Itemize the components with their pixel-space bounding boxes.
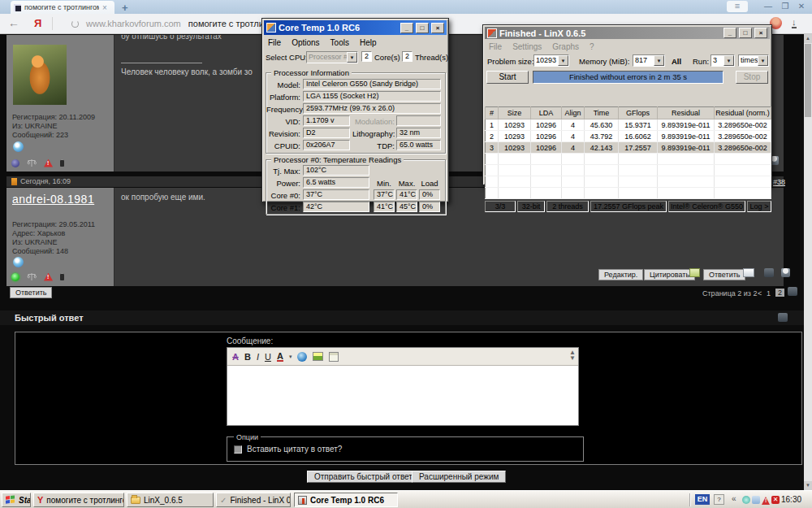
task-browser[interactable]: Y помогите с тротлингом ...	[33, 493, 124, 507]
menu-help[interactable]: Help	[360, 38, 377, 47]
quote-post-button[interactable]: Цитировать	[644, 269, 695, 280]
icq-status-icon[interactable]	[13, 141, 24, 152]
insert-link-icon[interactable]	[297, 352, 307, 362]
menu-options[interactable]: Options	[292, 38, 319, 47]
reload-icon[interactable]	[71, 20, 79, 28]
linx-titlebar[interactable]: Finished - LinX 0.6.5 _ □ ×	[485, 27, 770, 39]
reply-post-button[interactable]: Ответить	[703, 269, 745, 280]
editor-resize-icon[interactable]: ▲▼	[569, 350, 576, 361]
font-color-icon[interactable]: A	[277, 352, 283, 362]
table-row[interactable]: 11029310296445.63015.93719.893919e-0113.…	[486, 119, 771, 131]
memory-select[interactable]: 817▼	[633, 54, 665, 67]
processor-select[interactable]: Processor #0▼	[306, 51, 358, 63]
menu-graphs[interactable]: Graphs	[552, 42, 579, 51]
multiquote-icon[interactable]	[689, 268, 700, 277]
start-button[interactable]: Start	[486, 71, 529, 84]
quote-checkbox[interactable]	[234, 445, 242, 454]
report-warning-icon[interactable]	[44, 273, 53, 281]
maximize-icon[interactable]: □	[416, 23, 429, 33]
underline-icon[interactable]: U	[265, 352, 271, 362]
coretemp-titlebar[interactable]: Core Temp 1.0 RC6 _ □ ×	[264, 20, 447, 35]
col-residual-norm[interactable]: Residual (norm.)	[715, 107, 771, 119]
col-gflops[interactable]: GFlops	[619, 107, 658, 119]
start-button[interactable]: Start	[2, 493, 31, 507]
menu-file[interactable]: File	[489, 42, 502, 51]
col-align[interactable]: Align	[562, 107, 585, 119]
browser-close-button[interactable]: ✕	[795, 1, 808, 12]
help-tray-icon[interactable]: ?	[714, 494, 724, 505]
insert-quote-icon[interactable]	[329, 352, 339, 362]
tray-chevron-icon[interactable]: «	[732, 494, 736, 503]
col-size[interactable]: Size	[499, 107, 531, 119]
minimize-icon[interactable]: _	[400, 23, 413, 33]
table-row-selected[interactable]: 31029310296442.14317.25579.893919e-0113.…	[486, 142, 771, 154]
browser-tab[interactable]: помогите с тротлингом ×	[11, 1, 114, 14]
stop-button[interactable]: Stop	[736, 71, 768, 84]
tray-icon-2[interactable]	[752, 496, 760, 504]
browser-restore-button[interactable]: ❐	[779, 1, 792, 12]
pagination-prev[interactable]: <	[758, 289, 762, 297]
core1-max: 45°C	[396, 202, 417, 212]
language-indicator[interactable]: EN	[695, 494, 710, 505]
run-count-select[interactable]: 3▼	[710, 54, 735, 67]
post2-username-link[interactable]: andrei-08.1981	[12, 193, 94, 206]
task-coretemp-active[interactable]: Core Temp 1.0 RC6	[294, 493, 398, 507]
reputation-scales-icon[interactable]	[27, 272, 37, 281]
menu-tools[interactable]: Tools	[330, 38, 349, 47]
collapse-section-icon[interactable]	[778, 313, 788, 322]
scrollbar-thumb[interactable]	[805, 44, 811, 117]
tray-error-icon[interactable]: ✕	[771, 496, 780, 504]
italic-icon[interactable]: I	[257, 352, 259, 362]
browser-menu-icon[interactable]: ≡	[727, 1, 748, 12]
report-warning-icon[interactable]	[44, 159, 53, 167]
submit-quick-reply-button[interactable]: Отправить быстрый ответ	[307, 471, 420, 483]
notepad-icon[interactable]	[743, 268, 754, 277]
message-icon[interactable]	[764, 268, 774, 277]
col-lda[interactable]: LDA	[531, 107, 562, 119]
maximize-icon[interactable]: □	[739, 28, 752, 38]
scroll-up-icon[interactable]: ▲	[804, 34, 812, 43]
bold-icon[interactable]: B	[244, 352, 251, 362]
tab-close-icon[interactable]: ×	[102, 4, 107, 11]
yandex-logo-icon[interactable]: Я	[34, 17, 41, 29]
download-icon[interactable]: ↓	[792, 18, 797, 28]
status-cpu-name: Intel® Celeron® G550	[668, 201, 745, 212]
close-icon[interactable]: ×	[754, 28, 767, 38]
pagination-icon[interactable]	[788, 287, 797, 296]
task-linx-app[interactable]: ✓ Finished - LinX 0.6.5	[216, 493, 291, 507]
thread-reply-button[interactable]: Ответить	[10, 287, 52, 298]
pagination-page-1[interactable]: 1	[767, 289, 771, 297]
new-tab-button[interactable]: +	[122, 2, 128, 14]
minimize-icon[interactable]: _	[723, 28, 736, 38]
task-linx-folder[interactable]: LinX_0.6.5	[127, 493, 214, 507]
edit-post-button[interactable]: Редактир.	[598, 269, 643, 280]
col-time[interactable]: Time	[585, 107, 619, 119]
url-field[interactable]: www.kharkovforum.com помогите с тротлинг…	[86, 19, 283, 28]
menu-settings[interactable]: Settings	[512, 42, 542, 51]
close-icon[interactable]: ×	[431, 23, 444, 33]
post-number-link[interactable]: #38	[773, 178, 785, 186]
log-button[interactable]: Log >	[747, 201, 771, 212]
insert-image-icon[interactable]	[313, 352, 323, 361]
col-num[interactable]: #	[486, 107, 499, 119]
run-units-select[interactable]: times▼	[738, 54, 769, 67]
table-row[interactable]: 21029310296443.79216.60629.893919e-0113.…	[486, 131, 771, 142]
advanced-mode-button[interactable]: Расширенный режим	[412, 471, 506, 483]
back-button-icon[interactable]: ←	[8, 16, 19, 29]
tray-icon-1[interactable]	[742, 496, 750, 504]
menu-file[interactable]: File	[268, 38, 281, 47]
remove-format-icon[interactable]: A	[232, 352, 239, 362]
message-textarea[interactable]	[227, 366, 578, 425]
browser-minimize-button[interactable]: —	[762, 1, 775, 12]
menu-help[interactable]: ?	[590, 42, 594, 51]
reputation-scales-icon[interactable]	[27, 158, 37, 167]
col-residual[interactable]: Residual	[658, 107, 715, 119]
user-avatar[interactable]	[13, 45, 67, 105]
problem-size-select[interactable]: 10293▼	[533, 54, 569, 67]
tray-warning-icon[interactable]	[762, 497, 770, 505]
icq-status-icon[interactable]	[13, 257, 24, 267]
page-scrollbar[interactable]: ▲ ▼	[804, 34, 812, 490]
profile-icon[interactable]	[781, 268, 790, 277]
font-color-caret-icon[interactable]: ▾	[289, 354, 292, 360]
scroll-down-icon[interactable]: ▼	[804, 481, 812, 490]
